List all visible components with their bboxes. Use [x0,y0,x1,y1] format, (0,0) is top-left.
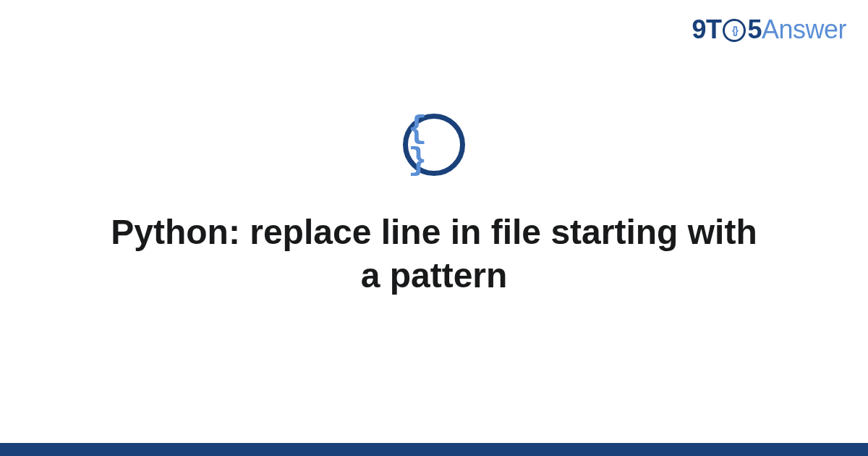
footer-accent-bar [0,443,868,456]
main-content: { } Python: replace line in file startin… [0,114,868,297]
topic-icon-circle: { } [403,114,465,176]
brand-circle-inner: {} [732,25,737,36]
brand-suffix-digit: 5 [747,14,762,45]
brand-prefix: 9T [692,14,721,45]
brand-logo: 9T {} 5 Answer [692,14,846,45]
brand-circle-icon: {} [723,19,746,42]
brand-suffix-word: Answer [762,14,846,45]
code-braces-icon: { } [408,113,460,177]
page-title: Python: replace line in file starting wi… [80,211,788,297]
